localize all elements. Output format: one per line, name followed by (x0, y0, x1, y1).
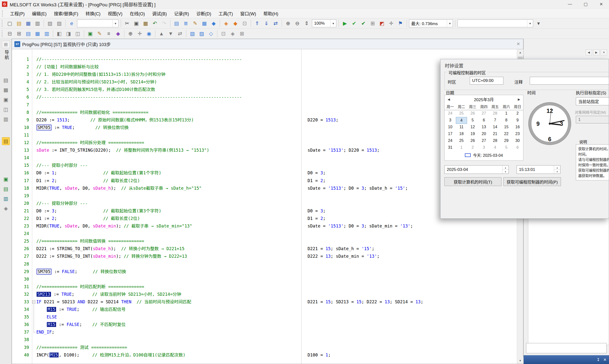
code-text[interactable]: D222 := STRING_TO_INT(sDate_min); // 转换分… (36, 253, 301, 260)
fold-column[interactable]: − (32, 298, 36, 306)
code-line-35[interactable]: 35 ELSE (12, 313, 517, 321)
calendar-day[interactable]: 31 (445, 144, 456, 151)
dock-connection-icon[interactable]: ▤ (2, 76, 10, 84)
code-text[interactable] (36, 260, 301, 268)
menu-drag-handle[interactable] (2, 10, 4, 17)
code-line-24[interactable]: 24 (12, 230, 517, 237)
pin-icon[interactable]: ↧ (596, 357, 600, 362)
code-text[interactable] (36, 336, 301, 344)
cross-reference-icon[interactable]: ✛ (386, 19, 396, 27)
save-project-icon[interactable]: ▦ (24, 19, 33, 27)
open-project-icon[interactable]: ▤ (14, 19, 24, 27)
calendar-day[interactable]: 3 (445, 117, 456, 124)
rebuild-icon[interactable]: ⊡ (240, 19, 249, 27)
calendar-day[interactable]: 1 (456, 144, 467, 151)
note-icon[interactable]: ✎ (190, 19, 200, 27)
code-text[interactable]: // [功能] 时间数据解析与比较 (36, 63, 301, 71)
redo-icon[interactable]: ↷ (159, 19, 169, 27)
device-comment-icon[interactable]: ▤ (172, 19, 181, 27)
calendar-day[interactable]: 28 (490, 138, 501, 144)
code-text[interactable] (36, 131, 301, 139)
calendar-day[interactable]: 27 (478, 138, 490, 144)
note-display-icon[interactable]: ◇ (206, 29, 216, 38)
code-text[interactable]: //============== 时间数值转换 ============== (36, 237, 301, 245)
dock-watch2-icon[interactable]: ▤ (2, 185, 10, 193)
pointer-branch-icon[interactable]: ◆ (209, 19, 218, 27)
copy-icon[interactable]: ▣ (132, 19, 141, 27)
toolbar-overflow-icon[interactable]: ▾ (534, 19, 543, 27)
scan-time-combo[interactable]: 最大: 0.736ms▾ (409, 20, 453, 27)
code-text[interactable] (36, 154, 301, 162)
calendar-day[interactable]: 12 (467, 124, 478, 131)
dock-autohide-icon[interactable]: ⊞ (2, 41, 10, 48)
code-text[interactable]: SM705 := FALSE; // 转换位数切换 (36, 268, 301, 275)
editor-title-bar[interactable]: ST ProgPou [PRG] [ST] 监视执行中 (只读) 103步 ✕ (12, 39, 523, 49)
structured-data-icon[interactable]: ◫ (73, 29, 82, 38)
calendar-day[interactable]: 1 (501, 110, 512, 117)
cross-ref-window-icon[interactable]: ✛ (135, 29, 144, 38)
calendar-day[interactable]: 10 (445, 124, 456, 131)
code-text[interactable]: D1 := 2; // 截取长度(2位) (36, 177, 301, 184)
window-select-combo[interactable]: ▾ (458, 20, 533, 27)
fb-library-icon[interactable]: ◆ (113, 29, 123, 38)
code-text[interactable]: SM705 := TRUE; // 转换位数切换 (36, 124, 301, 131)
code-text[interactable]: SM213 := TRUE; // 读取当前时钟 SD213=小时, SD214… (36, 291, 301, 298)
read-from-plc-icon[interactable]: ⇓ (262, 19, 271, 27)
dock-watch1-icon[interactable]: ▣ (2, 175, 10, 183)
new-project-icon[interactable]: ▢ (5, 19, 14, 27)
minimize-button[interactable]: — (562, 0, 578, 9)
comment-display-icon[interactable]: ▧ (188, 29, 197, 38)
switch-display-icon[interactable]: ⇄ (175, 29, 185, 38)
calendar-day[interactable]: 25 (456, 138, 467, 144)
sort-desc-icon[interactable]: ▼ (166, 29, 175, 38)
code-text[interactable]: M15 := FALSE; // 不匹配时复位 (36, 321, 301, 328)
code-text[interactable] (36, 230, 301, 237)
time-spinner[interactable]: 15:13:01 ▴ ▾ (516, 165, 560, 174)
navigation-dock-label[interactable]: 导航 (3, 50, 10, 60)
timezone-combo[interactable]: UTC+09:00 (470, 77, 503, 85)
code-text[interactable]: //============== 时间匹配判断 ============== (36, 283, 301, 291)
chevron-down-icon[interactable]: ▾ (527, 20, 533, 27)
calendar-day[interactable]: 20 (478, 131, 490, 138)
menu-item-6[interactable]: 在线(O) (126, 9, 148, 18)
editor-close-icon[interactable]: ✕ (513, 39, 523, 49)
calendar-day[interactable]: 16 (512, 124, 523, 131)
dock-selected-folder-icon[interactable]: ▤ (2, 137, 10, 145)
code-text[interactable]: D221 := STRING_TO_INT(sDate_h); // 转换小时为… (36, 245, 301, 253)
code-text[interactable]: //--------------------------------------… (36, 93, 301, 101)
navigation-window-icon[interactable]: ⊟ (5, 29, 14, 38)
code-line-38[interactable]: 38 (12, 336, 517, 344)
convert-all-icon[interactable]: ◆ (231, 19, 240, 27)
date-spin-up-icon[interactable]: ▴ (503, 166, 508, 169)
calendar-day[interactable]: 26 (467, 110, 478, 117)
calendar-day[interactable]: 5 (467, 117, 478, 124)
menu-item-5[interactable]: 视图(V) (104, 9, 126, 18)
zoom-out-icon[interactable]: ⊖ (293, 19, 302, 27)
statement-display-icon[interactable]: ▨ (197, 29, 206, 38)
watch-window-icon[interactable]: ⊞ (368, 19, 377, 27)
zoom-fit-icon[interactable]: ⇕ (302, 19, 311, 27)
program-check-icon[interactable]: ⚑ (396, 19, 405, 27)
code-text[interactable]: IF D221 = SD213 AND D222 = SD214 THEN //… (36, 298, 301, 306)
paste-icon[interactable]: ▩ (141, 19, 150, 27)
panel-input-box[interactable] (526, 343, 607, 353)
code-line-33[interactable]: 33−IF D221 = SD213 AND D222 = SD214 THEN… (12, 298, 517, 306)
calendar-today-row[interactable]: 今天: 2025-03-04 (445, 151, 523, 159)
parameter-icon[interactable]: ▥ (42, 29, 52, 38)
get-pc-time-button[interactable]: 获取计算机的时间(T) (444, 177, 502, 186)
panel-caption-close-icon[interactable]: ✕ (603, 357, 607, 362)
verify-with-plc-icon[interactable]: ⇄ (271, 19, 280, 27)
monitor-stop-icon[interactable]: ✔ (359, 19, 368, 27)
code-text[interactable]: //============== 测试 ============== (36, 344, 301, 351)
calendar-day[interactable]: 24 (445, 138, 456, 144)
calendar-day[interactable]: 27 (478, 110, 490, 117)
calendar-day[interactable]: 4 (490, 144, 501, 151)
calendar-day[interactable]: 2 (512, 110, 523, 117)
calendar-day[interactable]: 21 (490, 131, 501, 138)
dock-program-icon[interactable]: ▣ (2, 96, 10, 104)
scroll-up-icon[interactable]: ▲ (517, 49, 523, 56)
chevron-down-icon[interactable]: ▾ (112, 20, 118, 27)
comment-input[interactable] (530, 77, 609, 85)
menu-item-8[interactable]: 记录(R) (171, 9, 193, 18)
code-line-39[interactable]: 39//============== 测试 ============== (12, 344, 517, 351)
